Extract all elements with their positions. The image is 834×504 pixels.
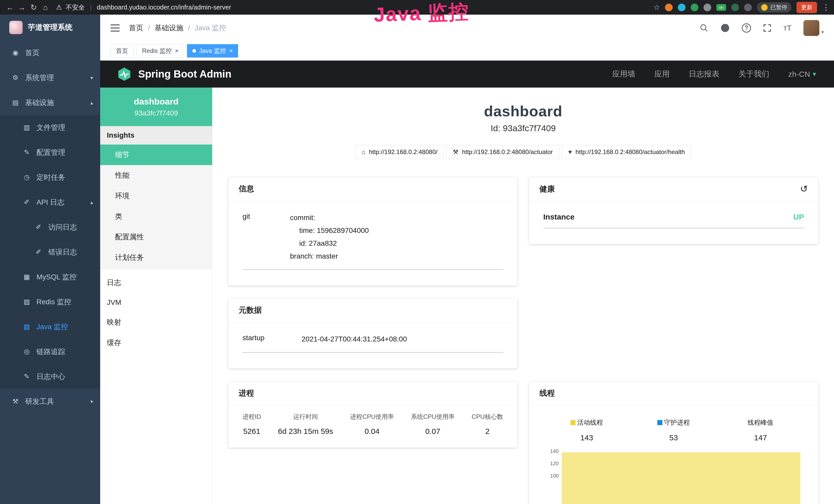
sidebar-item-system[interactable]: ⚙ 系统管理 ▾ bbox=[0, 65, 100, 90]
sba-body: dashboard 93a3fc7f7409 Insights 细节 性能 环境… bbox=[100, 88, 834, 504]
sidebar-item-label: 链路追踪 bbox=[37, 347, 65, 357]
legend-label: 守护进程 bbox=[664, 419, 690, 426]
sidebar-item-config-manage[interactable]: ✎ 配置管理 bbox=[0, 140, 100, 165]
sidebar-item-mysql-monitor[interactable]: ▦ MySQL 监控 bbox=[0, 265, 100, 289]
annotation-java-monitor: Java 监控 bbox=[373, 0, 470, 28]
paused-label: 已暂停 bbox=[770, 4, 787, 11]
tools-icon: ⚒ bbox=[11, 397, 20, 406]
sba-item-mappings[interactable]: 映射 bbox=[100, 312, 212, 333]
sba-nav-journal[interactable]: 日志报表 bbox=[688, 69, 720, 79]
sidebar-item-trace[interactable]: ◎ 链路追踪 bbox=[0, 339, 100, 364]
security-warning-label: 不安全 bbox=[66, 3, 85, 12]
sba-item-logfile[interactable]: 日志 bbox=[100, 272, 212, 293]
reload-icon[interactable]: ↻ bbox=[28, 2, 40, 13]
tab-redis-monitor[interactable]: Redis 监控 × bbox=[137, 44, 184, 58]
health-url-link[interactable]: ♥ http://192.168.0.2:48080/actuator/heal… bbox=[562, 145, 691, 159]
sba-brand-title[interactable]: Spring Boot Admin bbox=[138, 68, 232, 80]
extension-icon[interactable] bbox=[704, 4, 711, 11]
sidebar-item-home[interactable]: ◉ 首页 bbox=[0, 40, 100, 65]
sidebar-item-api-log[interactable]: ✐ API 日志 ▴ bbox=[0, 190, 100, 215]
back-icon[interactable]: ← bbox=[4, 2, 16, 13]
service-url-link[interactable]: ⌂ http://192.168.0.2:48080/ bbox=[355, 145, 444, 159]
sidebar-item-redis-monitor[interactable]: ▨ Redis 监控 bbox=[0, 289, 100, 314]
app-sidebar: 芋道管理系统 ◉ 首页 ⚙ 系统管理 ▾ ▤ 基础设施 ▴ bbox=[0, 15, 100, 504]
app-logo[interactable]: 芋道管理系统 bbox=[0, 15, 100, 40]
search-icon[interactable] bbox=[700, 24, 708, 32]
github-icon[interactable] bbox=[720, 23, 730, 33]
sidebar-item-label: API 日志 bbox=[37, 198, 64, 207]
breadcrumb-infra[interactable]: 基础设施 bbox=[155, 23, 183, 33]
sidebar-item-access-log[interactable]: ✐ 访问日志 bbox=[0, 215, 100, 239]
app-title: 芋道管理系统 bbox=[28, 22, 72, 32]
menu-fold-icon[interactable] bbox=[110, 24, 120, 31]
tab-java-monitor[interactable]: Java 监控 × bbox=[187, 44, 238, 58]
sba-section-insights: Insights bbox=[100, 126, 212, 144]
sba-nav-wall[interactable]: 应用墙 bbox=[612, 69, 635, 79]
security-warning-icon[interactable]: ⚠ bbox=[56, 3, 62, 11]
tab-home[interactable]: 首页 bbox=[110, 44, 134, 58]
active-dot bbox=[192, 49, 196, 53]
sidebar-item-label: 定时任务 bbox=[37, 173, 65, 182]
legend-daemon-threads: 守护进程 53 bbox=[630, 418, 717, 442]
sba-item-environment[interactable]: 环境 bbox=[100, 186, 212, 206]
history-icon[interactable]: ↺ bbox=[800, 184, 808, 194]
sba-item-details[interactable]: 细节 bbox=[100, 144, 212, 165]
extension-icon[interactable] bbox=[665, 4, 673, 11]
home-icon[interactable]: ⌂ bbox=[40, 2, 51, 13]
address-bar[interactable]: ⚠ 不安全 | dashboard.yudao.iocoder.cn/infra… bbox=[56, 3, 231, 12]
help-icon[interactable]: ? bbox=[742, 23, 751, 32]
legend-swatch-yellow bbox=[570, 420, 576, 425]
link-label: http://192.168.0.2:48080/ bbox=[369, 148, 437, 156]
breadcrumb-home[interactable]: 首页 bbox=[129, 23, 143, 33]
browser-update-button[interactable]: 更新 bbox=[796, 2, 817, 13]
actuator-url-link[interactable]: ⚒ http://192.168.0.2:48080/actuator bbox=[446, 145, 559, 159]
sidebar-item-log-center[interactable]: ✎ 日志中心 bbox=[0, 364, 100, 389]
user-menu[interactable]: ▾ bbox=[804, 20, 824, 36]
sidebar-item-file-manage[interactable]: ▥ 文件管理 bbox=[0, 115, 100, 140]
sba-item-jvm[interactable]: JVM bbox=[100, 293, 212, 312]
metric-value: 0.04 bbox=[350, 427, 394, 436]
card-title: 元数据 bbox=[239, 305, 262, 316]
health-instance-row[interactable]: Instance UP bbox=[543, 207, 804, 228]
sba-item-caches[interactable]: 缓存 bbox=[100, 333, 212, 353]
sidebar-item-dev-tools[interactable]: ⚒ 研发工具 ▾ bbox=[0, 389, 100, 414]
metadata-value: 2021-04-27T00:44:31.254+08:00 bbox=[302, 333, 407, 346]
sidebar-item-scheduled-job[interactable]: ◷ 定时任务 bbox=[0, 165, 100, 190]
sidebar-item-label: Java 监控 bbox=[37, 322, 68, 332]
forward-icon[interactable]: → bbox=[16, 2, 28, 13]
sidebar-item-error-log[interactable]: ✐ 错误日志 bbox=[0, 239, 100, 265]
sba-instance-block[interactable]: dashboard 93a3fc7f7409 bbox=[100, 88, 212, 126]
font-size-icon[interactable]: тT bbox=[784, 24, 792, 32]
sba-item-config-props[interactable]: 配置属性 bbox=[100, 227, 212, 247]
legend-label: 线程峰值 bbox=[748, 419, 773, 426]
extension-on-badge[interactable]: on bbox=[716, 4, 726, 11]
chevron-down-icon: ▾ bbox=[90, 75, 93, 81]
sba-nav-about[interactable]: 关于我们 bbox=[739, 69, 769, 79]
card-title: 信息 bbox=[239, 184, 254, 194]
extension-icon[interactable] bbox=[744, 4, 752, 11]
heart-icon: ♥ bbox=[568, 148, 572, 156]
sba-item-scheduled-tasks[interactable]: 计划任务 bbox=[100, 247, 212, 268]
browser-menu-icon[interactable]: ⋮ bbox=[822, 3, 830, 12]
extension-icon[interactable] bbox=[691, 4, 698, 11]
extension-icon[interactable] bbox=[678, 4, 685, 11]
close-icon[interactable]: × bbox=[229, 48, 233, 54]
avatar[interactable] bbox=[804, 20, 819, 36]
metric-label: CPU核心数 bbox=[471, 413, 503, 421]
legend-swatch-blue bbox=[657, 420, 662, 425]
bookmark-star-icon[interactable]: ☆ bbox=[654, 3, 660, 12]
sba-item-classes[interactable]: 类 bbox=[100, 206, 212, 227]
sba-nav-applications[interactable]: 应用 bbox=[654, 69, 670, 79]
sidebar-item-infra[interactable]: ▤ 基础设施 ▴ bbox=[0, 90, 100, 115]
extension-icon[interactable] bbox=[731, 4, 739, 11]
header-actions: ? тT ▾ bbox=[700, 20, 824, 36]
locale-select[interactable]: zh-CN ▾ bbox=[788, 70, 816, 78]
url-text[interactable]: dashboard.yudao.iocoder.cn/infra/admin-s… bbox=[97, 4, 231, 11]
sidebar-item-java-monitor[interactable]: ▧ Java 监控 bbox=[0, 314, 100, 339]
sba-item-metrics[interactable]: 性能 bbox=[100, 165, 212, 186]
close-icon[interactable]: × bbox=[175, 48, 178, 54]
paused-chip[interactable]: 已暂停 bbox=[757, 2, 791, 13]
fullscreen-icon[interactable] bbox=[763, 24, 772, 32]
card-title: 进程 bbox=[239, 388, 254, 398]
infra-submenu: ▥ 文件管理 ✎ 配置管理 ◷ 定时任务 ✐ API 日志 ▴ bbox=[0, 115, 100, 389]
